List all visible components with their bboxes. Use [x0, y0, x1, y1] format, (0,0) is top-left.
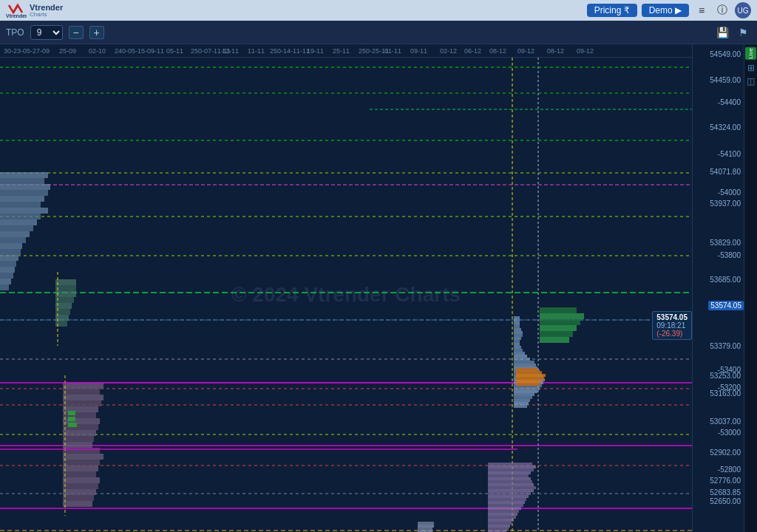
svg-rect-87	[514, 343, 520, 346]
grid-icon[interactable]: ⊞	[747, 63, 755, 73]
svg-rect-88	[514, 346, 521, 349]
svg-rect-43	[55, 297, 74, 303]
svg-rect-86	[514, 340, 520, 343]
svg-rect-63	[63, 466, 98, 471]
svg-rect-118	[516, 377, 544, 380]
time-label-6: 12-11	[222, 47, 239, 55]
svg-rect-147	[418, 528, 432, 531]
svg-rect-62	[63, 460, 100, 466]
svg-rect-91	[514, 355, 527, 358]
svg-rect-137	[488, 510, 519, 513]
layout-icon[interactable]: ◫	[747, 76, 755, 86]
svg-rect-145	[418, 522, 434, 525]
time-label-12: 01-11	[384, 47, 401, 55]
svg-rect-104	[514, 393, 534, 396]
svg-rect-102	[514, 387, 540, 390]
svg-rect-68	[63, 495, 94, 501]
svg-rect-139	[488, 516, 516, 519]
svg-rect-65	[63, 477, 100, 483]
tpo-plus-button[interactable]: +	[89, 26, 104, 39]
time-label-17: 09-12	[517, 47, 534, 55]
svg-rect-28	[0, 219, 37, 225]
svg-rect-109	[540, 307, 577, 313]
svg-rect-34	[0, 255, 18, 261]
flag-button[interactable]: ⚑	[735, 24, 751, 41]
svg-rect-112	[540, 325, 577, 331]
price-axis: 54549.00 54459.00 -54400 54324.00 -54100…	[692, 44, 744, 532]
pricing-button[interactable]: Pricing ₹	[587, 4, 637, 17]
time-label-16: 08-12	[489, 47, 506, 55]
svg-rect-26	[0, 208, 48, 214]
svg-rect-114	[540, 337, 569, 343]
time-label-7: 11-11	[248, 47, 265, 55]
svg-rect-132	[488, 495, 529, 498]
svg-rect-85	[514, 337, 521, 340]
price-53829: 53829.00	[710, 239, 741, 247]
svg-rect-129	[488, 486, 536, 489]
svg-rect-40	[55, 279, 76, 285]
time-label-9: 19-11	[307, 47, 324, 55]
user-button[interactable]: UG	[735, 2, 751, 18]
svg-rect-106	[514, 399, 530, 402]
svg-rect-22	[0, 184, 50, 190]
time-label-19: 09-12	[577, 47, 594, 55]
svg-rect-140	[488, 519, 514, 522]
svg-rect-64	[63, 471, 96, 477]
chart-area[interactable]: 30-23-05-27-09 25-09 02-10 240-05-15-09-…	[0, 44, 692, 532]
svg-rect-32	[0, 243, 22, 249]
svg-rect-24	[0, 196, 44, 202]
price-current-highlight: 53574.05	[708, 301, 744, 310]
svg-rect-74	[68, 417, 75, 421]
menu-button[interactable]: ≡	[693, 2, 710, 18]
save-button[interactable]: 💾	[714, 24, 730, 41]
svg-rect-80	[514, 322, 520, 325]
svg-rect-29	[0, 225, 33, 231]
svg-rect-127	[488, 480, 532, 483]
time-label-4: 05-11	[166, 47, 183, 55]
svg-rect-143	[488, 528, 509, 531]
svg-rect-115	[516, 368, 538, 371]
svg-rect-36	[0, 267, 15, 273]
chart-canvas[interactable]: © 2024 Vtrender Charts	[0, 58, 692, 532]
svg-rect-67	[63, 489, 96, 495]
price-54459: 54459.00	[710, 76, 741, 84]
svg-rect-125	[488, 474, 529, 477]
svg-rect-113	[540, 331, 573, 337]
svg-rect-90	[514, 352, 525, 355]
time-axis: 30-23-05-27-09 25-09 02-10 240-05-15-09-…	[0, 44, 692, 58]
demo-button[interactable]: Demo ▶	[642, 4, 689, 17]
tpo-select[interactable]: 9 5 15 30	[30, 25, 63, 40]
price-53379: 53379.00	[710, 342, 741, 350]
svg-rect-27	[0, 214, 41, 219]
svg-rect-51	[63, 395, 103, 400]
toolbar-right: 💾 ⚑	[714, 24, 751, 41]
svg-rect-126	[488, 477, 531, 480]
info-button[interactable]: ⓘ	[714, 2, 730, 18]
svg-rect-37	[0, 273, 13, 279]
price-info-box: 53574.05 09:18:21 (-26.39)	[652, 311, 692, 340]
app-header: Vtrender Vtrender Charts Pricing ₹ Demo …	[0, 0, 757, 21]
price-52650: 52650.00	[710, 497, 741, 505]
svg-rect-69	[63, 501, 92, 507]
svg-rect-89	[514, 349, 523, 352]
price-52800: -52800	[718, 466, 741, 474]
price-time: 09:18:21	[656, 321, 688, 330]
price-54324: 54324.00	[710, 123, 741, 132]
current-price: 53574.05	[656, 313, 688, 321]
price-52776: 52776.00	[710, 477, 741, 485]
svg-rect-81	[514, 325, 520, 328]
price-54071: 54071.80	[710, 168, 741, 176]
price-54549: 54549.00	[710, 50, 741, 58]
svg-rect-84	[514, 334, 523, 337]
tpo-minus-button[interactable]: −	[69, 26, 84, 39]
svg-rect-50	[63, 389, 100, 395]
price-52902: 52902.00	[710, 449, 741, 457]
svg-rect-61	[63, 454, 103, 460]
svg-rect-131	[488, 492, 531, 495]
svg-rect-21	[0, 178, 44, 184]
svg-rect-94	[514, 364, 536, 366]
svg-rect-47	[55, 321, 67, 327]
svg-rect-110	[540, 313, 584, 319]
svg-rect-122	[488, 466, 536, 468]
time-label-0: 30-23-05-27-09	[4, 47, 50, 55]
